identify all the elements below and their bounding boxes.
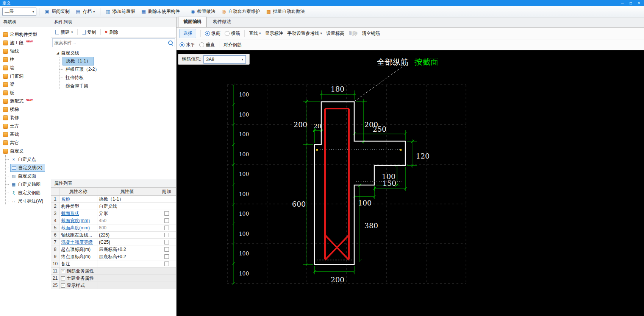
rebar-info-dropdown[interactable]: 3A8 ▾ bbox=[203, 55, 246, 64]
horizontal-radio[interactable]: 水平 bbox=[180, 42, 195, 48]
attach-checkbox[interactable] bbox=[164, 226, 169, 230]
manual-reference-line-dropdown[interactable]: 手动设置参考线 ▾ bbox=[288, 30, 322, 37]
attach-checkbox[interactable] bbox=[164, 254, 169, 259]
nav-item-others[interactable]: 其它 bbox=[0, 139, 51, 147]
minimize-button[interactable]: ─ bbox=[618, 0, 627, 6]
property-name-link[interactable]: 截面宽度(mm) bbox=[61, 218, 90, 224]
nav-item-slab[interactable]: 板 bbox=[0, 89, 51, 97]
delete-component-button[interactable]: × 删除 bbox=[103, 28, 120, 37]
property-value[interactable]: 800 bbox=[97, 224, 157, 231]
grid-dimension-chain bbox=[232, 83, 235, 285]
nav-item-stairs[interactable]: 楼梯 bbox=[0, 105, 51, 114]
property-name-link[interactable]: 截面高度(mm) bbox=[61, 225, 90, 231]
maximize-button[interactable]: □ bbox=[627, 0, 635, 6]
property-value[interactable]: 450 bbox=[97, 217, 157, 224]
auto-scheme-maintenance-button[interactable]: ◎ 自动套方案维护 bbox=[219, 7, 263, 16]
attach-checkbox[interactable] bbox=[164, 233, 169, 237]
toolbar-separator bbox=[39, 8, 39, 16]
nav-item-foundation[interactable]: 基础 bbox=[0, 130, 51, 139]
dim-label-notch-width: 150 bbox=[383, 179, 396, 187]
nav-item-custom-decal[interactable]: ▦自定义贴图 bbox=[6, 180, 51, 188]
attach-checkbox[interactable] bbox=[164, 218, 169, 223]
set-elevation-button[interactable]: 设置标高 bbox=[326, 30, 344, 37]
attach-checkbox[interactable] bbox=[164, 247, 169, 252]
archive-button[interactable]: ▤ 存档 ▾ bbox=[73, 7, 97, 16]
copy-layers-icon: ▣ bbox=[44, 9, 50, 14]
dim-label-flange-width: 250 bbox=[373, 125, 386, 133]
check-method-button[interactable]: ◉ 检查做法 bbox=[188, 7, 218, 16]
close-button[interactable]: × bbox=[635, 0, 643, 6]
nav-item-earthwork[interactable]: 土方 bbox=[0, 122, 51, 130]
section-drawing[interactable]: 180 200 20 600 200 250 120 100 150 100 3… bbox=[177, 50, 644, 316]
add-prefix-suffix-button[interactable]: ▥ 添加前后缀 bbox=[103, 7, 138, 16]
clear-rebar-button[interactable]: 清空钢筋 bbox=[362, 30, 380, 37]
folder-icon bbox=[3, 99, 8, 104]
new-component-button[interactable]: 新建 ▾ bbox=[53, 28, 75, 37]
section-canvas[interactable]: 钢筋信息: 3A8 ▾ bbox=[177, 50, 644, 316]
property-value[interactable]: 层底标高+0.2 bbox=[97, 253, 157, 260]
component-item[interactable]: 综合脚手架 bbox=[59, 82, 176, 90]
property-value[interactable]: 挑檐（1-1） bbox=[97, 196, 157, 202]
longitudinal-rebar-radio[interactable]: 纵筋 bbox=[205, 30, 220, 37]
nav-item-custom-rebar[interactable]: ξ自定义钢筋 bbox=[6, 188, 51, 197]
search-input[interactable] bbox=[54, 40, 168, 45]
vertical-radio[interactable]: 垂直 bbox=[199, 42, 215, 48]
property-value[interactable]: 自定义线 bbox=[97, 203, 157, 210]
delete-unused-components-button[interactable]: ▦ 删除未使用构件 bbox=[139, 7, 182, 16]
property-value[interactable]: 层底标高+0.2 bbox=[97, 246, 157, 253]
nav-item-common-types[interactable]: 常用构件类型 bbox=[0, 30, 51, 39]
delete-rebar-button[interactable]: 删除 bbox=[349, 30, 358, 37]
property-group-row: 25 +显示样式 bbox=[51, 282, 176, 289]
expand-icon[interactable]: + bbox=[61, 276, 65, 280]
rebar-info-label: 钢筋信息: bbox=[182, 56, 201, 62]
attach-checkbox[interactable] bbox=[164, 262, 169, 266]
select-tool-button[interactable]: 选择 bbox=[180, 29, 196, 38]
copy-component-button[interactable]: 复制 bbox=[80, 28, 98, 37]
rebar-path[interactable] bbox=[325, 109, 349, 260]
nav-item-custom-line[interactable]: 自定义线(X) bbox=[6, 163, 51, 172]
tab-component-method[interactable]: 构件做法 bbox=[208, 17, 236, 27]
nav-item-custom[interactable]: 自定义 bbox=[0, 147, 51, 155]
nav-item-custom-face[interactable]: ▨自定义面 bbox=[6, 172, 51, 180]
property-name-link[interactable]: 名称 bbox=[61, 196, 70, 202]
nav-item-decoration[interactable]: 装修 bbox=[0, 114, 51, 122]
floor-selector[interactable]: 二层 ▾ bbox=[2, 8, 36, 16]
align-rebar-button[interactable]: 对齐钢筋 bbox=[224, 42, 242, 48]
component-item[interactable]: 栏板压顶（2-2） bbox=[59, 65, 176, 73]
attach-checkbox[interactable] bbox=[164, 211, 169, 216]
nav-item-dimension[interactable]: ↔尺寸标注(W) bbox=[6, 197, 51, 205]
nav-item-custom-point[interactable]: ×自定义点 bbox=[6, 155, 51, 163]
transverse-rebar-radio[interactable]: 横筋 bbox=[225, 30, 240, 37]
nav-item-column[interactable]: 柱 bbox=[0, 55, 51, 64]
property-row: 4 截面宽度(mm) 450 bbox=[51, 217, 176, 224]
dim-label-step-width: 100 bbox=[358, 199, 372, 207]
property-value[interactable]: (C25) bbox=[97, 239, 157, 246]
nav-item-beam[interactable]: 梁 bbox=[0, 80, 51, 89]
batch-auto-method-button[interactable]: ▩ 批量自动套做法 bbox=[264, 7, 307, 16]
column-attach: 附加 bbox=[157, 188, 176, 195]
nav-item-axis[interactable]: 轴线 bbox=[0, 47, 51, 55]
grid-dim-label: 100 bbox=[239, 251, 249, 257]
line-type-dropdown[interactable]: 直线 ▾ bbox=[249, 30, 261, 37]
component-item[interactable]: 挑檐（1-1） bbox=[59, 57, 176, 65]
nav-item-wall[interactable]: 墙 bbox=[0, 64, 51, 72]
nav-item-construction-section[interactable]: 施工段NEW bbox=[0, 39, 51, 47]
toolbar-separator bbox=[185, 8, 185, 16]
property-value[interactable]: (225) bbox=[97, 232, 157, 238]
show-labels-button[interactable]: 显示标注 bbox=[265, 30, 283, 37]
search-icon[interactable] bbox=[168, 40, 173, 45]
tab-section-edit[interactable]: 截面编辑 bbox=[178, 17, 207, 27]
property-name-link[interactable]: 截面形状 bbox=[61, 210, 79, 217]
copy-between-floors-button[interactable]: ▣ 层间复制 bbox=[42, 7, 72, 16]
property-name-link[interactable]: 混凝土强度等级 bbox=[61, 239, 93, 246]
expand-icon[interactable]: + bbox=[61, 269, 65, 273]
component-item[interactable]: 扛倍特板 bbox=[59, 73, 176, 82]
nav-item-prefab[interactable]: 装配式NEW bbox=[0, 97, 51, 105]
property-value[interactable]: 异形 bbox=[97, 210, 157, 217]
nav-item-door-window[interactable]: 门窗洞 bbox=[0, 72, 51, 80]
component-group[interactable]: ◢ 自定义线 bbox=[51, 49, 176, 57]
expand-icon[interactable]: + bbox=[61, 283, 65, 288]
radio-icon bbox=[205, 31, 210, 36]
property-value[interactable] bbox=[97, 260, 157, 267]
attach-checkbox[interactable] bbox=[164, 240, 169, 244]
